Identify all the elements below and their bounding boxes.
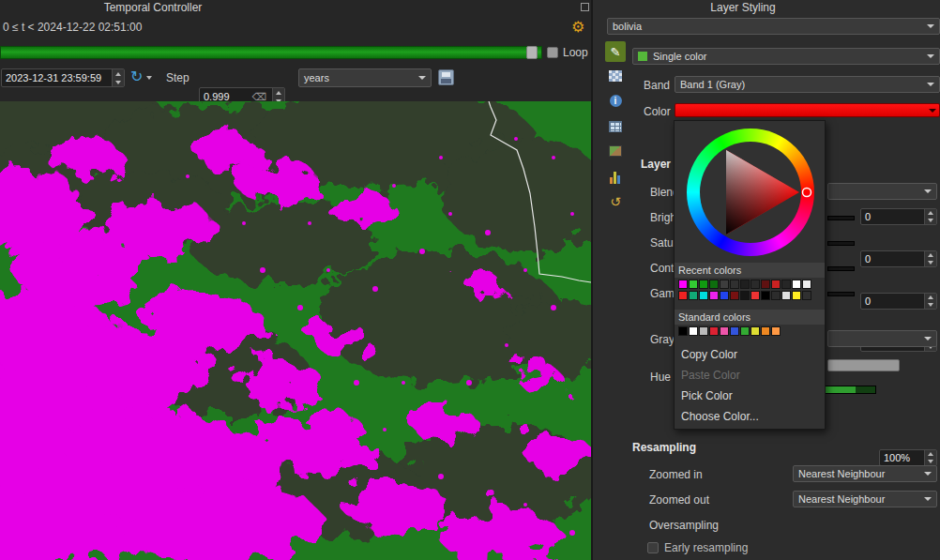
transparency-icon [609,70,622,82]
color-swatch[interactable] [689,326,698,336]
step-unit-combo[interactable]: years [298,68,432,87]
pick-color-item[interactable]: Pick Color [675,386,825,406]
color-swatch[interactable] [689,280,698,289]
color-swatch[interactable] [740,326,750,336]
panel-float-icon[interactable] [581,3,589,11]
color-picker-popup: Recent colors Standard colors Copy Color… [674,120,826,430]
contrast-field[interactable]: 0 [860,293,937,310]
refresh-icon[interactable]: ↻ [130,68,143,85]
color-swatch[interactable] [709,326,719,336]
color-swatch[interactable] [761,291,770,300]
saturation-value: 0 [865,253,871,265]
hue-strength-field[interactable]: 100% [879,449,937,466]
grayscale-combo[interactable] [827,330,937,347]
saturation-field[interactable]: 0 [860,250,937,267]
color-swatch[interactable] [678,280,688,289]
temporal-slider[interactable] [0,46,542,59]
zoomed-in-value: Nearest Neighbour [798,468,885,479]
temporal-slider-handle[interactable] [526,46,538,59]
color-swatch[interactable] [771,280,781,289]
resampling-header: Resampling [632,441,696,454]
color-swatch[interactable] [761,280,770,289]
band-value: Band 1 (Gray) [680,79,745,90]
datetime-field[interactable]: 2023-12-31 23:59:59 [1,68,125,87]
tab-symbology[interactable]: ✎ [605,41,626,62]
color-swatch[interactable] [709,280,719,289]
color-swatch[interactable] [730,280,739,289]
paste-color-item: Paste Color [675,365,825,386]
color-swatch[interactable] [750,280,760,289]
shade-triangle[interactable] [687,129,814,256]
oversampling-label: Oversampling [649,519,719,532]
color-swatch[interactable] [750,326,760,336]
datetime-spin-buttons[interactable] [112,69,124,86]
renderer-combo[interactable]: Single color [632,48,940,65]
color-swatch[interactable] [720,291,729,300]
choose-color-item[interactable]: Choose Color... [675,406,825,427]
gamma-slider[interactable] [827,292,855,296]
color-swatch[interactable] [699,291,708,300]
color-swatch[interactable] [720,280,729,289]
color-swatch[interactable] [730,326,739,336]
color-swatch[interactable] [761,326,770,336]
tab-raster-rendering[interactable] [605,141,626,161]
map-canvas[interactable] [0,101,591,560]
color-swatch[interactable] [750,291,760,300]
hue-strength-value: 100% [884,452,910,463]
color-swatch[interactable] [802,291,811,300]
color-swatch[interactable] [802,280,811,289]
recent-colors-row-2 [675,291,811,300]
chevron-down-icon [927,54,934,58]
brightness-slider[interactable] [827,216,855,220]
copy-color-item[interactable]: Copy Color [675,344,825,365]
color-swatch[interactable] [771,326,781,336]
step-label: Step [166,71,190,84]
band-combo[interactable]: Band 1 (Gray) [675,76,940,93]
early-resampling-checkbox[interactable] [647,542,659,553]
chevron-down-icon [924,472,932,476]
color-swatch[interactable] [740,280,750,289]
color-button[interactable] [675,103,940,117]
color-swatch[interactable] [678,291,688,300]
tab-metadata[interactable]: i [605,90,626,111]
chevron-down-icon [924,337,932,341]
color-swatch[interactable] [709,291,719,300]
color-swatch[interactable] [730,291,739,300]
standard-colors-row [675,326,781,336]
color-swatch[interactable] [720,326,729,336]
color-swatch[interactable] [689,291,698,300]
color-wheel[interactable] [687,129,814,256]
brightness-field[interactable]: 0 [860,208,937,225]
zoomed-out-value: Nearest Neighbour [798,493,885,505]
color-swatch[interactable] [792,291,801,300]
chevron-down-icon [924,497,932,501]
zoomed-in-combo[interactable]: Nearest Neighbour [793,465,937,482]
color-swatch[interactable] [699,326,708,336]
export-animation-icon[interactable] [438,69,454,85]
color-swatch[interactable] [678,326,688,336]
color-swatch[interactable] [771,291,781,300]
hue-strength-slider[interactable] [825,386,876,394]
contrast-slider[interactable] [827,266,855,271]
color-swatch[interactable] [740,291,750,300]
blend-combo[interactable] [827,183,937,200]
band-label: Band [644,79,670,92]
color-swatch[interactable] [781,280,791,289]
tab-history[interactable]: ↺ [605,191,626,212]
zoomed-out-combo[interactable]: Nearest Neighbour [793,491,937,507]
tab-histogram[interactable] [605,167,626,188]
tab-attribute-table[interactable] [605,116,626,137]
temporal-settings-gear-icon[interactable]: ⚙ [571,18,584,36]
chevron-down-icon [927,24,934,28]
colorize-color-button[interactable] [827,359,900,371]
color-swatch[interactable] [781,291,791,300]
tab-transparency[interactable] [605,66,626,86]
saturation-slider[interactable] [827,241,855,246]
layer-select-combo[interactable]: bolivia [607,18,940,35]
color-swatch[interactable] [699,280,708,289]
table-icon [609,121,622,132]
color-swatch[interactable] [792,280,801,289]
loop-checkbox[interactable] [547,47,558,58]
refresh-dropdown-caret[interactable] [146,76,152,80]
zoomed-out-label: Zoomed out [649,493,709,507]
